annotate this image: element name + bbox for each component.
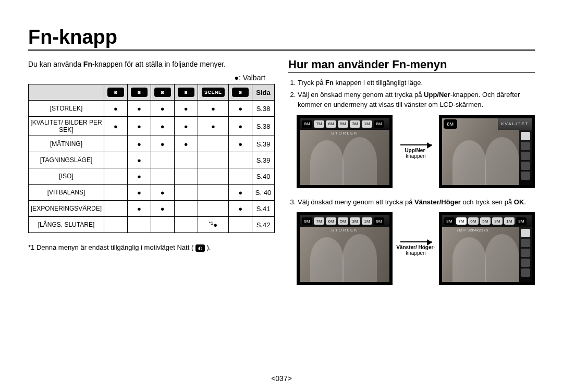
table-header-row: ◙ ◙ ◙ ◙ SCENE ◙ Sida: [29, 84, 275, 101]
left-column: Du kan använda Fn-knappen för att ställa…: [28, 58, 275, 295]
lcd-ribbon: KVALITET: [498, 118, 532, 130]
page-title: Fn-knapp: [28, 26, 535, 48]
mark-cell: [174, 217, 198, 233]
lcd-topbar: 8M 7M 6M 5M 3M 1M 8M: [442, 215, 532, 227]
row-name: [ISO]: [29, 168, 104, 185]
footnote-post: ).: [206, 243, 211, 251]
table-row: [LÅNGS. SLUTARE]*1●S.42: [29, 217, 275, 233]
table-row: [ISO]●S.40: [29, 168, 275, 185]
mark-cell: [174, 168, 198, 185]
silhouette-a: [452, 237, 486, 282]
step-1: Tryck på Fn knappen i ett tillgängligt l…: [298, 78, 535, 88]
table-row: [TAGNINGSLÄGE]●S.39: [29, 152, 275, 168]
mode-col-2: ◙: [151, 84, 174, 101]
step1-bold: Fn: [325, 79, 334, 87]
size-chip: 7M: [456, 217, 467, 225]
silhouette-a: [452, 140, 486, 185]
sub-rule: [288, 72, 535, 73]
mark-cell: ●: [151, 136, 174, 152]
mark-cell: ●: [151, 185, 174, 201]
table-row: [MÄTNING]●●●●S.39: [29, 136, 275, 152]
night-icon: ◐: [195, 244, 205, 252]
size-chip: 8M: [444, 217, 455, 225]
size-chip: 7M: [314, 217, 324, 225]
size-chip: 1M: [504, 217, 515, 225]
mark-cell: ●: [229, 136, 252, 152]
mark-cell: [174, 201, 198, 217]
row-name: [VITBALANS]: [29, 185, 104, 201]
lcd-topbar: 8M 7M 6M 5M 3M 1M 8M: [300, 118, 389, 130]
mark-cell: [151, 152, 174, 168]
mark-cell: ●: [229, 185, 252, 201]
mark-cell: [198, 152, 228, 168]
figure-row-1: 8M 7M 6M 5M 3M 1M 8M STORLEK Upp/Ner-kna…: [297, 115, 535, 188]
menu-item: [521, 239, 530, 247]
lcd-label: STORLEK: [300, 131, 389, 136]
camera-icon: ◙: [131, 88, 148, 97]
intro-post: -knappen för att ställa in följande meny…: [92, 60, 226, 68]
page-cell: S.39: [252, 136, 275, 152]
footnote-pre: *1 Denna menyn är endast tillgänglig i m…: [28, 243, 193, 251]
footnote: *1 Denna menyn är endast tillgänglig i m…: [28, 243, 275, 252]
legend: ●: Valbart: [28, 74, 275, 82]
mark-cell: ●: [104, 117, 128, 136]
size-chip: 7M: [314, 120, 324, 128]
step3-pre: Välj önskad meny genom att trycka på: [298, 198, 414, 206]
arrow-icon: [400, 241, 432, 242]
row-name: [MÄTNING]: [29, 136, 104, 152]
menu-item: [521, 152, 530, 160]
mark-cell: ●: [174, 101, 198, 117]
mode-col-5: ◙: [229, 84, 252, 101]
size-chip: 6M: [326, 120, 336, 128]
arrow-icon: [400, 144, 432, 145]
page-cell: S.38: [252, 101, 275, 117]
lcd-screenshot-d: 8M 7M 6M 5M 3M 1M 8M 7M P 3264x2176: [439, 212, 535, 285]
page-cell: S.40: [252, 168, 275, 185]
mark-cell: ●: [198, 101, 228, 117]
step3-bold: Vänster/Höger: [414, 198, 461, 206]
mark-cell: ●: [151, 117, 174, 136]
right-column: Hur man använder Fn-menyn Tryck på Fn kn…: [288, 58, 535, 295]
lcd-screenshot-c: 8M 7M 6M 5M 3M 1M 8M STORLEK: [297, 212, 393, 285]
mark-cell: ●: [174, 136, 198, 152]
mark-cell: ●: [127, 101, 151, 117]
size-chip: 8M: [302, 217, 312, 225]
page-cell: S. 40: [252, 185, 275, 201]
camera-icon: ◙: [107, 88, 124, 97]
mark-cell: [104, 185, 128, 201]
lcd-screenshot-b: KVALITET 8M: [439, 115, 535, 188]
arrow1-line1: Upp/Ner: [405, 148, 425, 153]
mode-col-3: ◙: [174, 84, 198, 101]
size-chip: 8M: [374, 120, 384, 128]
menu-item: [521, 162, 530, 170]
camera-icon: ◙: [154, 88, 171, 97]
mark-cell: ●: [174, 117, 198, 136]
feature-table: ◙ ◙ ◙ ◙ SCENE ◙ Sida [STORLEK]●●●●●●S.38…: [28, 84, 275, 233]
step1-post: knappen i ett tillgängligt läge.: [334, 79, 423, 87]
mark-cell: ●: [104, 101, 128, 117]
mode-col-1: ◙: [127, 84, 151, 101]
mark-cell: ●: [127, 185, 151, 201]
mark-cell: [104, 201, 128, 217]
scene-icon: SCENE: [202, 88, 225, 97]
mark-cell: ●: [229, 201, 252, 217]
size-chip: 6M: [326, 217, 336, 225]
steps-list-2: Välj önskad meny genom att trycka på Vän…: [288, 198, 535, 207]
step1-pre: Tryck på: [298, 79, 325, 87]
page-cell: S.41: [252, 201, 275, 217]
mark-cell: [229, 152, 252, 168]
page-cell: S.39: [252, 152, 275, 168]
mark-cell: [104, 168, 128, 185]
mark-cell: [198, 185, 228, 201]
silhouette-b: [342, 234, 377, 282]
page-cell: S.42: [252, 217, 275, 233]
size-chip: 5M: [338, 217, 348, 225]
steps-list: Tryck på Fn knappen i ett tillgängligt l…: [288, 78, 535, 110]
lcd-rightbar: [519, 130, 532, 185]
intro-text: Du kan använda Fn-knappen för att ställa…: [28, 60, 275, 68]
camera-icon: ◙: [178, 88, 194, 97]
mark-cell: [104, 152, 128, 168]
size-chip: 6M: [468, 217, 479, 225]
row-name: [TAGNINGSLÄGE]: [29, 152, 104, 168]
header-empty: [29, 84, 104, 101]
